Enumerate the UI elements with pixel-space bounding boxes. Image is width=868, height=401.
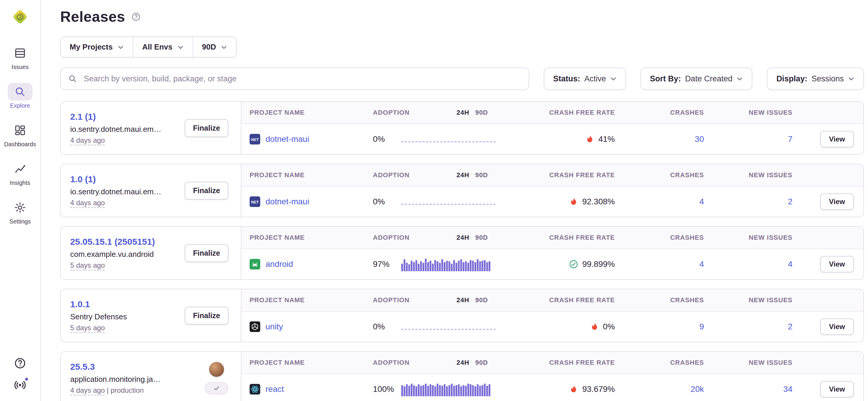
actions-cell: View [793, 381, 863, 397]
range-24h[interactable]: 24H [457, 296, 469, 304]
release-meta: 4 days ago [70, 136, 161, 144]
finalize-button[interactable]: Finalize [185, 307, 228, 325]
new-issues-count[interactable]: 2 [704, 197, 793, 206]
display-dropdown[interactable]: Display: Sessions [767, 68, 864, 90]
sidebar-item-insights[interactable]: Insights [0, 160, 40, 186]
broadcast-icon[interactable] [13, 378, 27, 392]
toolbar: Status: Active Sort By: Date Created Dis… [60, 68, 864, 90]
range-90d[interactable]: 90D [475, 359, 488, 367]
android-icon [250, 259, 260, 269]
col-new-issues: NEW ISSUES [704, 359, 793, 367]
release-summary: 25.05.15.1 (2505151) com.example.vu.andr… [61, 227, 241, 279]
check-icon [213, 385, 220, 392]
col-crash-free-rate: CRASH FREE RATE [503, 296, 615, 304]
range-24h[interactable]: 24H [457, 234, 469, 241]
crash-free-ok-icon [569, 260, 578, 269]
release-package: Sentry Defenses [70, 312, 127, 322]
environments-filter[interactable]: All Envs [133, 37, 193, 57]
project-link[interactable]: android [266, 260, 293, 269]
page-help-icon[interactable] [131, 12, 141, 22]
view-button[interactable]: View [820, 256, 854, 272]
range-24h[interactable]: 24H [457, 109, 469, 116]
range-24h[interactable]: 24H [457, 171, 469, 179]
project-link[interactable]: react [266, 385, 284, 394]
sidebar-item-explore[interactable]: Explore [0, 83, 40, 109]
sort-dropdown[interactable]: Sort By: Date Created [641, 68, 753, 90]
view-button[interactable]: View [820, 131, 854, 147]
chevron-down-icon [177, 44, 184, 51]
sidebar-item-settings[interactable]: Settings [0, 199, 40, 225]
crashes-count[interactable]: 4 [615, 197, 704, 206]
range-90d[interactable]: 90D [475, 109, 488, 116]
project-link[interactable]: dotnet-maui [266, 134, 309, 144]
projects-filter[interactable]: My Projects [61, 37, 133, 57]
new-issues-count[interactable]: 2 [704, 322, 793, 331]
finalize-button[interactable]: Finalize [185, 119, 228, 137]
actions-cell: View [793, 319, 863, 335]
crash-free-cell: 93.679% [503, 385, 615, 394]
table-header: PROJECT NAME ADOPTION 24H 90D CRASH FREE… [241, 164, 863, 187]
status-dropdown[interactable]: Status: Active [544, 68, 626, 90]
release-version-link[interactable]: 2.1 (1) [70, 112, 161, 122]
insights-icon [8, 160, 32, 178]
view-button[interactable]: View [820, 193, 854, 210]
adoption-value: 97% [373, 260, 400, 269]
search-box[interactable] [60, 68, 529, 90]
col-chart-range: 24H 90D [400, 109, 503, 116]
release-version-link[interactable]: 1.0 (1) [70, 174, 161, 184]
release-summary: 1.0.1 Sentry Defenses 5 days ago Finaliz… [61, 289, 241, 342]
crash-free-cell: 41% [503, 134, 615, 144]
crash-free-value: 92.308% [582, 197, 615, 206]
col-new-issues: NEW ISSUES [704, 296, 793, 304]
new-issues-count[interactable]: 34 [704, 385, 793, 394]
range-90d[interactable]: 90D [475, 234, 488, 241]
sidebar-item-dashboards[interactable]: Dashboards [0, 122, 40, 148]
project-link[interactable]: dotnet-maui [266, 197, 309, 206]
sidebar-item-label: Issues [11, 64, 29, 70]
release-version-link[interactable]: 1.0.1 [70, 299, 127, 309]
col-chart-range: 24H 90D [400, 234, 503, 241]
release-version-link[interactable]: 25.5.3 [70, 362, 160, 372]
sessions-sparkline [400, 382, 503, 396]
release-environment: | production [105, 386, 144, 394]
crashes-count[interactable]: 9 [615, 322, 704, 331]
search-input[interactable] [83, 74, 522, 84]
release-project-table: PROJECT NAME ADOPTION 24H 90D CRASH FREE… [241, 164, 863, 217]
table-row: unity 0% 0% 9 2 View [241, 312, 863, 342]
date-range-filter[interactable]: 90D [193, 37, 236, 57]
crashes-count[interactable]: 20k [615, 385, 704, 394]
project-link[interactable]: unity [266, 322, 283, 331]
col-adoption: ADOPTION [373, 171, 400, 179]
finalize-button[interactable]: Finalize [185, 244, 228, 262]
release-project-table: PROJECT NAME ADOPTION 24H 90D CRASH FREE… [241, 227, 863, 279]
release-age: 4 days ago [70, 386, 105, 395]
release-card: 1.0.1 Sentry Defenses 5 days ago Finaliz… [60, 289, 864, 342]
view-button[interactable]: View [820, 319, 854, 335]
page-title: Releases [60, 8, 125, 25]
crashes-count[interactable]: 30 [615, 134, 704, 144]
projects-filter-label: My Projects [70, 42, 113, 52]
finalize-button[interactable]: Finalize [185, 181, 228, 200]
sort-value: Date Created [685, 74, 733, 83]
sidebar-item-issues[interactable]: Issues [0, 44, 40, 70]
sidebar-bottom [13, 357, 27, 392]
crashes-count[interactable]: 4 [615, 260, 704, 269]
range-24h[interactable]: 24H [457, 359, 469, 367]
range-90d[interactable]: 90D [475, 296, 488, 304]
new-issues-count[interactable]: 7 [704, 134, 793, 144]
col-crash-free-rate: CRASH FREE RATE [503, 171, 615, 179]
range-90d[interactable]: 90D [475, 171, 488, 179]
col-crash-free-rate: CRASH FREE RATE [503, 234, 615, 241]
release-version-link[interactable]: 25.05.15.1 (2505151) [70, 237, 155, 247]
sentry-logo[interactable] [10, 7, 30, 27]
view-button[interactable]: View [820, 381, 854, 397]
release-card: 1.0 (1) io.sentry.dotnet.maui.em… 4 days… [60, 164, 864, 217]
sort-label: Sort By: [650, 74, 681, 83]
col-project-name: PROJECT NAME [241, 296, 373, 304]
help-icon[interactable] [13, 357, 27, 370]
sessions-sparkline [400, 324, 503, 330]
avatar[interactable] [209, 362, 224, 377]
new-issues-count[interactable]: 4 [704, 260, 793, 269]
crash-free-flame-icon [585, 135, 594, 143]
chevron-down-icon [848, 75, 855, 82]
